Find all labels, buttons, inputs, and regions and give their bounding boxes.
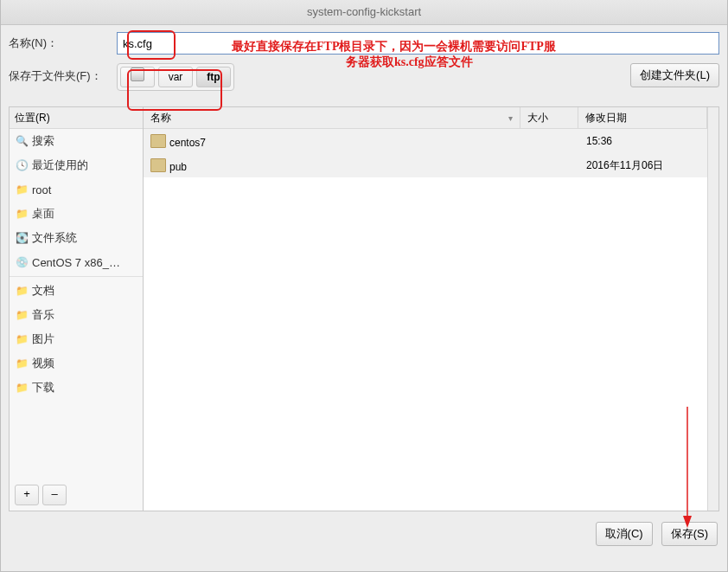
save-dialog: system-config-kickstart 名称(N)： 保存于文件夹(F)… (0, 0, 728, 572)
